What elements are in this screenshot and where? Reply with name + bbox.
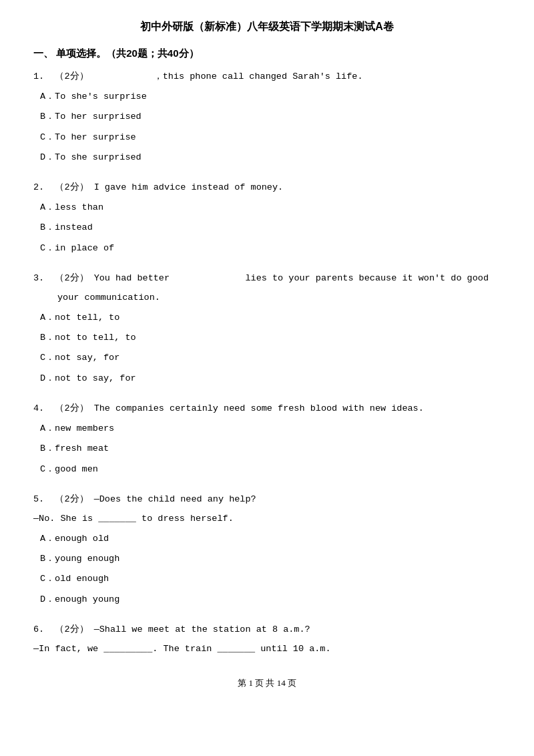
q2-option-a: A．less than — [40, 200, 501, 216]
q3-option-b: B．not to tell, to — [40, 330, 501, 346]
q1-option-a: A．To she's surprise — [40, 89, 501, 105]
q3-continuation: your communication. — [57, 291, 501, 306]
q3-option-c: C．not say, for — [40, 350, 501, 366]
q4-stem: 4. （2分） The companies certainly need som… — [33, 401, 501, 417]
q4-option-c: C．good men — [40, 461, 501, 478]
q2-stem-text: I gave him advice instead of money. — [94, 182, 284, 192]
q1-option-c: C．To her surprise — [40, 130, 501, 146]
q6-number: 6. — [33, 624, 44, 634]
q5-option-b: B．young enough — [40, 551, 501, 567]
q5-points: （2分） — [55, 494, 88, 504]
q1-number: 1. — [33, 71, 44, 81]
q1-stem: 1. （2分） ，this phone call changed Sarah's… — [33, 69, 501, 85]
q3-stem-part1: You had better — [94, 273, 170, 283]
q2-number: 2. — [33, 182, 44, 192]
q1-points: （2分） — [55, 71, 88, 81]
q2-option-c: C．in place of — [40, 240, 501, 256]
section-header: 一、 单项选择。（共20题；共40分） — [33, 47, 501, 60]
q4-option-a: A．new members — [40, 421, 501, 437]
q1-option-d: D．To she surprised — [40, 150, 501, 166]
q5-stem-a-text: —No. She is _______ to dress herself. — [33, 514, 234, 524]
q5-number: 5. — [33, 494, 44, 504]
question-6: 6. （2分） —Shall we meet at the station at… — [33, 622, 501, 657]
q6-stem-q-text: —Shall we meet at the station at 8 a.m.? — [94, 624, 310, 634]
q3-points: （2分） — [55, 273, 88, 283]
q1-stem-text: ，this phone call changed Sarah's life. — [154, 71, 363, 81]
q3-stem: 3. （2分） You had better lies to your pare… — [33, 271, 501, 287]
q2-option-b: B．instead — [40, 220, 501, 236]
q5-option-d: D．enough young — [40, 592, 501, 608]
q1-option-b: B．To her surprised — [40, 109, 501, 125]
q6-stem-q: 6. （2分） —Shall we meet at the station at… — [33, 622, 501, 638]
question-1: 1. （2分） ，this phone call changed Sarah's… — [33, 69, 501, 166]
page-footer: 第 1 页 共 14 页 — [33, 677, 501, 689]
q5-stem-q-text: —Does the child need any help? — [94, 494, 256, 504]
question-2: 2. （2分） I gave him advice instead of mon… — [33, 180, 501, 256]
q5-option-a: A．enough old — [40, 531, 501, 547]
q3-option-a: A．not tell, to — [40, 310, 501, 326]
question-4: 4. （2分） The companies certainly need som… — [33, 401, 501, 478]
q2-stem: 2. （2分） I gave him advice instead of mon… — [33, 180, 501, 196]
q5-stem-q: 5. （2分） —Does the child need any help? — [33, 492, 501, 508]
q6-stem-a-text: —In fact, we _________. The train ______… — [33, 644, 331, 654]
question-3: 3. （2分） You had better lies to your pare… — [33, 271, 501, 387]
q5-stem-a: —No. She is _______ to dress herself. — [33, 512, 501, 527]
question-5: 5. （2分） —Does the child need any help? —… — [33, 492, 501, 608]
q2-points: （2分） — [55, 182, 88, 192]
q4-points: （2分） — [55, 403, 88, 413]
q4-option-b: B．fresh meat — [40, 441, 501, 457]
q4-stem-text: The companies certainly need some fresh … — [94, 403, 424, 413]
q3-stem-part2: lies to your parents because it won't do… — [245, 273, 489, 283]
q4-number: 4. — [33, 403, 44, 413]
q3-option-d: D．not to say, for — [40, 371, 501, 387]
q5-option-c: C．old enough — [40, 571, 501, 587]
page-title: 初中外研版（新标准）八年级英语下学期期末测试A卷 — [33, 20, 501, 34]
q6-points: （2分） — [55, 624, 88, 634]
q6-stem-a: —In fact, we _________. The train ______… — [33, 642, 501, 657]
q3-number: 3. — [33, 273, 44, 283]
